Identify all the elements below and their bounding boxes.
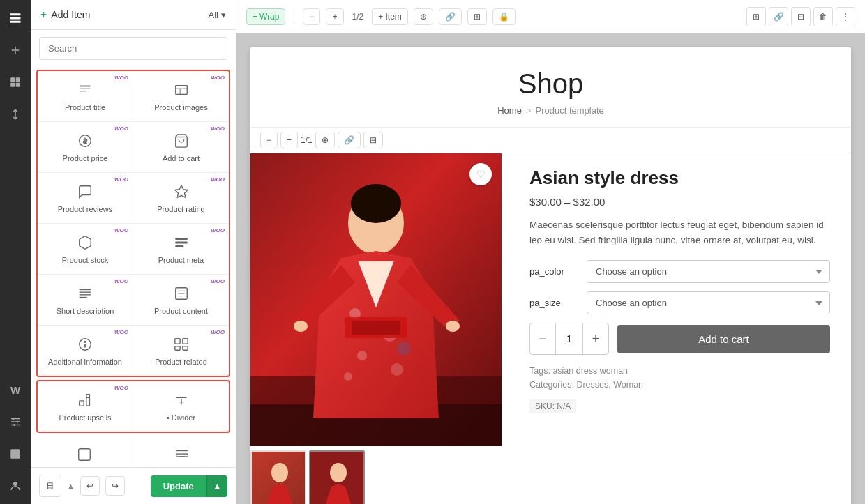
widgets-icon[interactable]: [6, 72, 25, 92]
widget-placeholder[interactable]: • Placeholder: [36, 436, 133, 467]
woo-badge: WOO: [114, 278, 128, 284]
breadcrumb-home[interactable]: Home: [497, 105, 522, 116]
related-icon: [173, 336, 190, 353]
attr-size-select[interactable]: Choose an option: [587, 291, 830, 314]
product-price: $30.00 – $32.00: [529, 196, 830, 208]
toolbar-link-icon[interactable]: 🔗: [439, 8, 462, 25]
wishlist-button[interactable]: ♡: [469, 163, 492, 185]
svg-rect-29: [175, 238, 187, 239]
svg-point-68: [397, 342, 411, 356]
tags-values: asian dress woman: [552, 366, 628, 376]
wrap-button[interactable]: + Wrap: [246, 8, 285, 25]
sliders-icon[interactable]: [6, 412, 25, 432]
toolbar-right: ⊞ 🔗 ⊟ 🗑 ⋮: [746, 7, 855, 26]
sub-link-icon[interactable]: 🔗: [338, 132, 361, 148]
image-icon[interactable]: [6, 444, 25, 464]
layers-icon[interactable]: [6, 8, 25, 28]
qty-plus-button[interactable]: +: [583, 323, 608, 354]
widget-product-title[interactable]: WOO Product title: [38, 71, 133, 121]
add-icon[interactable]: [6, 40, 25, 60]
widget-product-price[interactable]: WOO Product price: [38, 122, 133, 172]
placeholder-icon: [76, 446, 93, 463]
wordpress-icon[interactable]: W: [6, 380, 25, 399]
attr-color-select[interactable]: Choose an option: [587, 260, 830, 283]
breadcrumb: Home > Product template: [264, 105, 837, 116]
search-input[interactable]: [39, 37, 227, 60]
widget-product-stock[interactable]: WOO Product stock: [38, 224, 133, 274]
sub-move-icon[interactable]: ⊕: [315, 132, 335, 148]
sub-copy-icon[interactable]: ⊟: [363, 132, 383, 148]
toolbar-plus-btn[interactable]: +: [326, 8, 343, 25]
move-icon[interactable]: [6, 105, 25, 124]
svg-rect-5: [10, 77, 15, 82]
canvas-link-icon[interactable]: 🔗: [769, 7, 788, 26]
monitor-icon[interactable]: 🖥: [39, 475, 61, 497]
product-thumbnail-row: [250, 446, 516, 504]
svg-rect-46: [182, 346, 187, 351]
product-categories: Categories: Dresses, Woman: [529, 380, 830, 390]
svg-point-14: [17, 421, 19, 423]
product-thumbnail-2[interactable]: [309, 450, 365, 504]
svg-point-18: [13, 482, 17, 486]
qty-minus-button[interactable]: −: [530, 323, 555, 354]
redo-button[interactable]: ↪: [105, 476, 125, 496]
widget-label: Product price: [63, 153, 108, 163]
toolbar-copy-icon[interactable]: ⊞: [467, 8, 487, 25]
undo-button[interactable]: ↩: [80, 476, 100, 496]
all-label: All: [209, 10, 218, 20]
attr-size-label: pa_size: [529, 298, 578, 308]
widget-additional-information[interactable]: WOO Additional information: [38, 326, 133, 376]
canvas-delete-icon[interactable]: 🗑: [813, 7, 833, 26]
widget-add-to-cart[interactable]: WOO Add to cart: [133, 122, 229, 172]
update-dropdown-button[interactable]: ▲: [206, 475, 227, 497]
svg-rect-30: [175, 242, 187, 243]
icon-sidebar: W: [0, 0, 31, 504]
toolbar-lock-icon[interactable]: 🔒: [492, 8, 516, 25]
widget-product-upsells[interactable]: WOO Product upsells: [38, 381, 133, 432]
widget-product-reviews[interactable]: WOO Product reviews: [38, 173, 133, 223]
chevron-down-icon: ▾: [221, 10, 226, 20]
widget-product-images[interactable]: WOO Product images: [133, 71, 229, 121]
widget-product-meta[interactable]: WOO Product meta: [133, 224, 229, 274]
product-image-col: ♡: [250, 153, 516, 504]
svg-rect-48: [86, 397, 90, 406]
svg-point-42: [84, 341, 86, 342]
canvas-copy-icon[interactable]: ⊟: [791, 7, 811, 26]
quantity-input[interactable]: [555, 323, 583, 354]
top-toolbar: + Wrap − + 1/2 + Item ⊕ 🔗 ⊞ 🔒 ⊞ 🔗 ⊟ 🗑 ⋮: [236, 0, 865, 33]
product-thumbnail-1[interactable]: [250, 450, 306, 504]
lines-icon: [77, 285, 93, 302]
svg-rect-22: [175, 85, 187, 94]
canvas-more-icon[interactable]: ⋮: [836, 7, 855, 26]
widget-accordion[interactable]: Accordion: [133, 436, 230, 467]
sub-minus-btn[interactable]: −: [260, 132, 278, 148]
update-button[interactable]: Update: [151, 475, 206, 497]
user-icon[interactable]: [6, 476, 25, 496]
widget-label: Product images: [154, 102, 207, 112]
toolbar-separator: [294, 10, 294, 24]
widget-divider[interactable]: • Divider: [133, 381, 229, 432]
svg-rect-8: [16, 83, 20, 87]
widget-product-rating[interactable]: WOO Product rating: [133, 173, 229, 223]
widget-product-related[interactable]: WOO Product related: [133, 326, 229, 376]
sub-plus-btn[interactable]: +: [280, 132, 298, 148]
widget-label: Product upsells: [59, 413, 111, 422]
toolbar-move-icon[interactable]: ⊕: [414, 8, 433, 25]
svg-point-15: [13, 424, 15, 426]
svg-point-70: [446, 321, 460, 332]
svg-rect-2: [10, 21, 21, 23]
canvas-responsive-icon[interactable]: ⊞: [746, 7, 766, 26]
all-filter-button[interactable]: All ▾: [209, 10, 226, 20]
toolbar-minus-btn[interactable]: −: [303, 8, 320, 25]
add-to-cart-button[interactable]: Add to cart: [617, 325, 830, 353]
plus-icon: +: [40, 8, 47, 21]
widgets-row-plain: • Placeholder Accordion: [36, 436, 230, 467]
panel-bottom-left: 🖥 ▲ ↩ ↪: [39, 475, 125, 497]
add-item-button[interactable]: + Add Item: [40, 8, 90, 21]
item-button[interactable]: + Item: [372, 8, 408, 25]
widget-short-description[interactable]: WOO Short description: [38, 275, 133, 325]
widget-label: Product rating: [157, 204, 204, 214]
widget-product-content[interactable]: WOO Product content: [133, 275, 229, 325]
svg-rect-7: [10, 83, 15, 87]
svg-rect-72: [352, 321, 400, 335]
